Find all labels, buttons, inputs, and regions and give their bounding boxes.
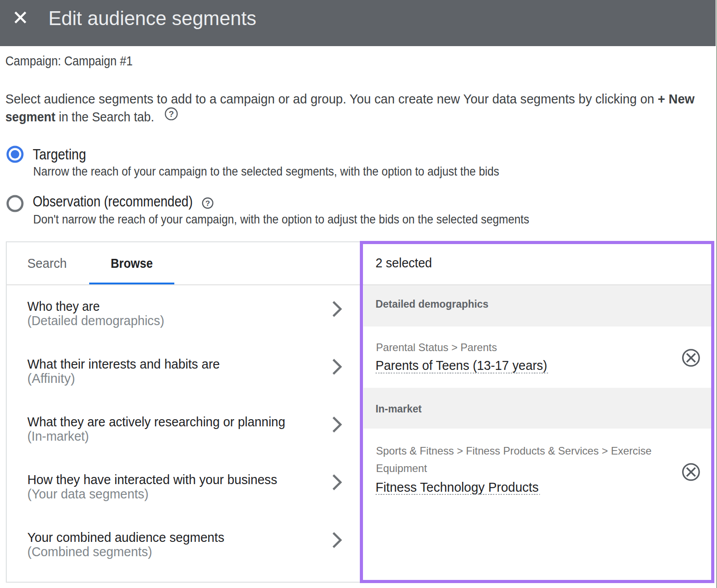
svg-text:?: ? [205,199,210,208]
svg-text:?: ? [168,109,174,118]
